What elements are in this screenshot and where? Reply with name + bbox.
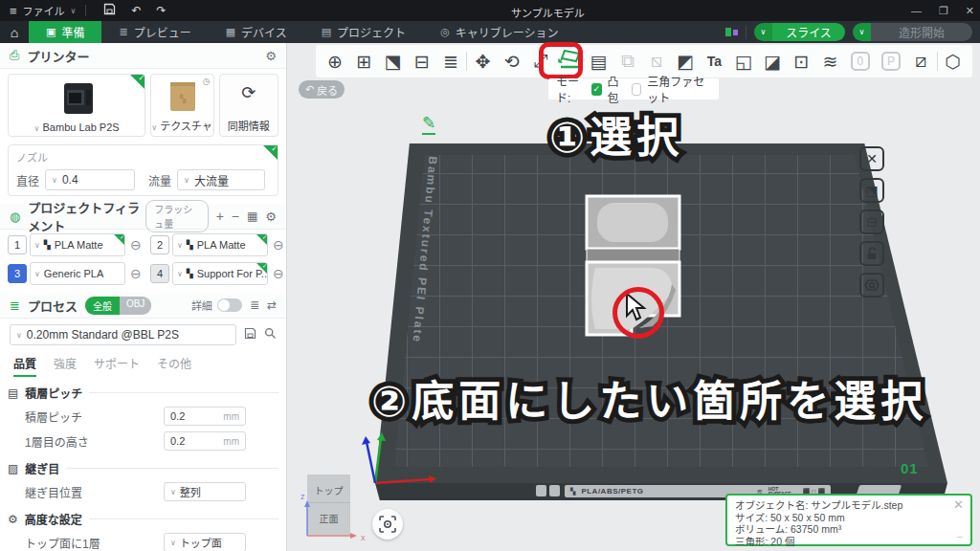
save-icon[interactable]	[103, 3, 116, 18]
filament-slot-1[interactable]: ∨▚PLA Matte	[30, 233, 125, 256]
support-paint-icon[interactable]: ⊡	[788, 51, 814, 73]
process-preset-select[interactable]: ∨0.20mm Standard @BBL P2S	[10, 324, 236, 345]
collapse-icon[interactable]: −	[957, 531, 963, 543]
edit-filament-icon[interactable]: ⊖	[273, 237, 288, 253]
move-icon[interactable]: ✥	[470, 51, 497, 73]
diameter-select[interactable]: ∨0.4	[45, 169, 135, 190]
edit-filament-icon[interactable]: ⊖	[130, 237, 145, 253]
plate-type-name[interactable]: ∨ テクスチャ...	[151, 118, 212, 133]
tab-support[interactable]: サポート	[94, 355, 140, 377]
print-dropdown[interactable]: ∨	[853, 23, 871, 41]
top-one-wall-select[interactable]: ∨トップ面	[164, 533, 246, 551]
variable-layer-icon[interactable]: ≋	[817, 51, 844, 73]
close-button[interactable]: ✕	[966, 5, 974, 17]
facet-checkbox[interactable]	[632, 83, 642, 96]
text-icon[interactable]: Ta	[702, 54, 728, 69]
tab-project[interactable]: ▤ プロジェクト	[304, 21, 423, 43]
hamburger-icon[interactable]: ≡	[10, 4, 17, 18]
synced-check-icon	[256, 263, 267, 274]
slot-number-selected[interactable]: 3	[8, 264, 27, 283]
file-menu[interactable]: ファイル	[23, 3, 65, 18]
chevron-down-icon[interactable]: ∨	[71, 7, 77, 15]
slice-dropdown[interactable]: ∨	[754, 23, 772, 41]
device-icon: ▦	[226, 26, 235, 38]
orient-plate-icon[interactable]: ⬔	[859, 178, 884, 203]
tab-preview[interactable]: ≣ プレビュー	[101, 21, 208, 43]
param-list-icon[interactable]: ≣	[250, 298, 259, 312]
compare-icon[interactable]: ⇄	[267, 298, 277, 312]
delete-plate-icon[interactable]: ✕	[859, 146, 884, 171]
first-layer-input[interactable]: 0.2mm	[164, 431, 246, 451]
measure-icon[interactable]: ⧄	[907, 51, 934, 72]
svg-text:z: z	[301, 492, 305, 501]
plate-actions: ✕ ⬔ ⊟	[859, 146, 884, 298]
remove-filament-button[interactable]: −	[232, 209, 239, 224]
tab-calibration[interactable]: ◎ キャリブレーション	[423, 21, 575, 43]
flow-select[interactable]: ∨大流量	[177, 169, 265, 190]
printer-settings-icon[interactable]: ⚙	[265, 49, 277, 63]
paint-icon[interactable]: ◩	[672, 51, 699, 73]
edit-filament-icon[interactable]: ⊖	[273, 266, 288, 281]
minimize-button[interactable]: —	[911, 5, 922, 16]
close-icon[interactable]: ✕	[953, 499, 964, 512]
ams-icon[interactable]: ▦	[247, 209, 257, 223]
maximize-button[interactable]: ❐	[939, 5, 948, 17]
convex-checkbox[interactable]: ✓	[591, 83, 601, 96]
redo-icon[interactable]: ↷	[157, 4, 167, 17]
undo-icon[interactable]: ↶	[131, 4, 141, 17]
add-plate-icon[interactable]: ⊞	[350, 51, 377, 73]
filament-slot-3[interactable]: ∨Generic PLA	[30, 262, 125, 285]
save-preset-icon[interactable]	[244, 327, 256, 342]
divider	[746, 26, 746, 39]
filament-slot-2[interactable]: ∨▚PLA Matte	[172, 233, 268, 256]
tab-prepare[interactable]: ▣ 準備	[29, 21, 101, 43]
filament-slot-4[interactable]: ∨▚Support For P...	[172, 262, 268, 285]
flush-button[interactable]: フラッシュ量	[145, 200, 208, 232]
tab-device[interactable]: ▦ デバイス	[209, 21, 304, 43]
slot-number[interactable]: 4	[150, 264, 169, 283]
slot-number[interactable]: 2	[150, 235, 169, 254]
tab-quality[interactable]: 品質	[13, 355, 36, 377]
seam-position-select[interactable]: ∨整列	[164, 482, 246, 501]
print-button[interactable]: 造形開始	[871, 23, 972, 41]
arrange-icon[interactable]: ⊟	[409, 51, 435, 73]
back-button[interactable]: ↶ 戻る	[299, 80, 345, 99]
split-object-icon[interactable]: ▤	[586, 51, 612, 73]
lock-icon[interactable]	[859, 241, 884, 266]
scope-global-button[interactable]: 全般	[85, 297, 120, 315]
sync-card[interactable]: ⟳ 同期情報	[219, 74, 278, 137]
flow-label: 流量	[148, 172, 171, 188]
tab-others[interactable]: その他	[157, 355, 191, 377]
arrange-plate-icon[interactable]: ⊟	[859, 209, 884, 234]
tab-strength[interactable]: 強度	[54, 355, 77, 377]
seam-position-label: 継ぎ目位置	[25, 484, 164, 500]
sync-icon: ⟳	[220, 82, 278, 103]
camera-nav-button[interactable]	[372, 509, 403, 540]
add-object-icon[interactable]: ⊕	[322, 51, 348, 73]
plate-layout-icon[interactable]	[725, 26, 738, 38]
plate-type-card[interactable]: ▚ ◷ ∨ テクスチャ...	[150, 74, 213, 137]
cut-icon[interactable]: ◪	[759, 51, 786, 73]
printer-name[interactable]: ∨ Bambu Lab P2S	[9, 121, 145, 133]
printer-card[interactable]: ∨ Bambu Lab P2S	[8, 74, 145, 137]
home-button[interactable]: ⌂	[0, 21, 29, 43]
layer-height-input[interactable]: 0.2mm	[164, 407, 246, 426]
assembly-icon[interactable]: ⬡	[940, 51, 967, 73]
edit-filament-icon[interactable]: ⊖	[130, 266, 145, 281]
primitive-icon[interactable]: ◱	[730, 51, 757, 73]
split-plates-icon[interactable]: ≣	[437, 51, 464, 73]
slice-button[interactable]: スライス	[772, 23, 845, 41]
rotate-icon[interactable]: ⟲	[499, 51, 525, 73]
plate-edge-pad	[536, 485, 546, 496]
scope-objects-button[interactable]: OBJ	[120, 297, 151, 315]
brand-logo-icon: ▚	[570, 488, 575, 496]
plate-settings-icon[interactable]	[859, 273, 884, 298]
nozzle-box: ノズル 直径 ∨0.4 流量 ∨大流量	[8, 144, 278, 196]
detail-toggle[interactable]	[217, 298, 242, 312]
auto-orient-icon[interactable]: ⬔	[380, 51, 407, 73]
search-icon[interactable]	[264, 327, 277, 342]
add-filament-button[interactable]: +	[216, 209, 224, 224]
plate-history-icon[interactable]: ◷	[203, 77, 211, 86]
slot-number[interactable]: 1	[8, 235, 27, 254]
filament-settings-icon[interactable]: ⚙	[265, 209, 277, 224]
